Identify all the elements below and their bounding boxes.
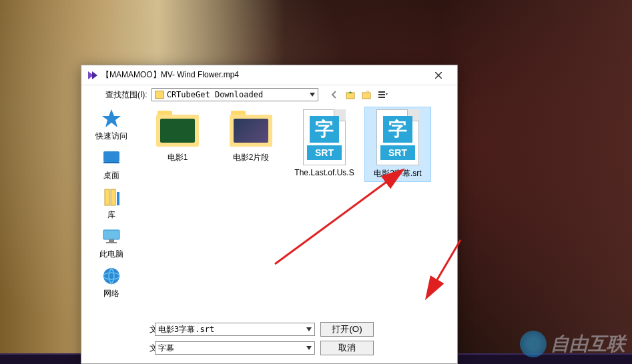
sidebar-item-this-pc[interactable]: 此电脑 (99, 226, 123, 260)
view-menu-button[interactable] (376, 88, 389, 101)
new-folder-button[interactable] (360, 88, 373, 101)
chevron-down-icon (306, 327, 312, 331)
svg-marker-9 (386, 93, 388, 95)
filename-input[interactable]: 电影3字幕.srt (155, 323, 315, 336)
svg-line-22 (275, 171, 402, 264)
up-folder-button[interactable] (344, 88, 357, 101)
places-sidebar: 快速访问 桌面 库 此电脑 网络 (81, 104, 141, 317)
watermark-icon (520, 331, 547, 357)
svg-marker-1 (92, 71, 97, 79)
sidebar-item-desktop[interactable]: 桌面 (101, 147, 122, 181)
srt-file-item-selected[interactable]: 字 SRT 电影3字幕.srt (364, 107, 431, 182)
filename-label: 文件名(N): (89, 324, 149, 335)
svg-rect-6 (378, 91, 385, 93)
filetype-select[interactable]: 字幕 (155, 341, 315, 355)
back-button[interactable] (328, 88, 341, 101)
svg-rect-17 (109, 239, 114, 242)
titlebar: 【MAMAMOO】MV- Wind Flower.mp4 (81, 65, 457, 85)
bottom-controls: 文件名(N): 电影3字幕.srt 打开(O) 文件类型(T): 字幕 取消 (81, 317, 457, 363)
svg-rect-12 (103, 162, 119, 163)
svg-marker-10 (102, 109, 121, 127)
open-button[interactable]: 打开(O) (320, 322, 374, 337)
svg-point-19 (103, 268, 119, 284)
look-in-value: CRTubeGet Downloaded (167, 90, 310, 99)
window-title: 【MAMAMOO】MV- Wind Flower.mp4 (101, 69, 425, 81)
look-in-label: 查找范围(I): (87, 89, 147, 101)
svg-rect-15 (117, 192, 119, 205)
file-list[interactable]: 电影1 电影2片段 字 SRT The.Last.of.Us.S 字 SRT (141, 104, 457, 317)
app-icon (87, 70, 97, 81)
folder-item[interactable]: 电影1 (144, 107, 211, 166)
folder-icon (153, 109, 202, 149)
folder-item[interactable]: 电影2片段 (218, 107, 284, 166)
close-icon (435, 72, 442, 79)
svg-rect-7 (378, 94, 385, 95)
chevron-down-icon (310, 93, 315, 97)
filetype-label: 文件类型(T): (89, 343, 149, 354)
folder-icon (155, 91, 164, 99)
file-open-dialog: 【MAMAMOO】MV- Wind Flower.mp4 查找范围(I): CR… (81, 65, 458, 364)
svg-rect-14 (111, 189, 115, 205)
folder-icon (227, 109, 275, 149)
srt-file-icon: 字 SRT (374, 109, 422, 165)
sidebar-item-network[interactable]: 网络 (101, 265, 122, 299)
svg-rect-5 (362, 93, 370, 99)
svg-rect-11 (103, 151, 119, 162)
svg-rect-8 (378, 97, 385, 98)
sidebar-item-quick-access[interactable]: 快速访问 (95, 108, 127, 142)
watermark: 自由互联 (520, 331, 625, 357)
look-in-bar: 查找范围(I): CRTubeGet Downloaded (81, 85, 457, 104)
srt-file-icon: 字 SRT (300, 109, 348, 165)
cancel-button[interactable]: 取消 (320, 341, 374, 355)
chevron-down-icon (306, 346, 312, 350)
close-button[interactable] (425, 66, 452, 85)
svg-rect-16 (103, 230, 119, 239)
look-in-combo[interactable]: CRTubeGet Downloaded (151, 88, 318, 101)
srt-file-item[interactable]: 字 SRT The.Last.of.Us.S (291, 107, 358, 180)
sidebar-item-library[interactable]: 库 (101, 187, 122, 221)
svg-rect-18 (106, 242, 117, 243)
svg-rect-13 (105, 189, 109, 205)
svg-rect-4 (346, 93, 354, 99)
